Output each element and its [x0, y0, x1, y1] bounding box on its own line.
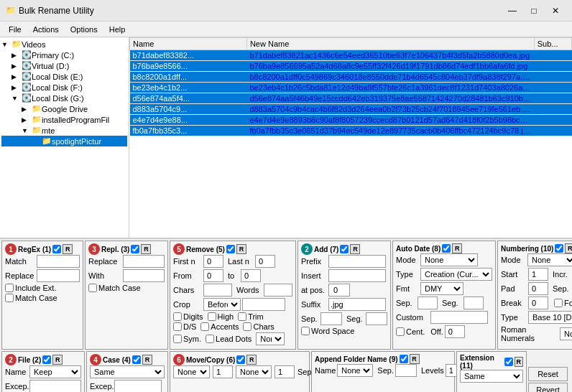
regex-enabled-checkbox[interactable]	[52, 245, 61, 253]
movecopy-select2[interactable]: None	[236, 365, 272, 378]
tree-item[interactable]: ▶ 📁 spotlightPictur	[1, 136, 127, 146]
numbering-start-input[interactable]	[528, 268, 548, 281]
expand-icon[interactable]: ▶	[11, 84, 22, 91]
tree-item[interactable]: ▶ 📁 Google Drive	[1, 103, 127, 114]
movecopy-r-button[interactable]: R	[246, 355, 257, 365]
expand-icon[interactable]: ▶	[11, 52, 22, 59]
numbering-enabled-checkbox[interactable]	[555, 244, 563, 253]
remove-enabled-checkbox[interactable]	[226, 245, 235, 253]
col-newname[interactable]: New Name	[246, 38, 534, 50]
close-button[interactable]: ✕	[545, 3, 566, 19]
numbering-mode-select[interactable]: None	[527, 253, 572, 266]
table-row[interactable]: b8c8200a1dff... b8c8200a1dff0c549869c346…	[130, 72, 572, 83]
remove-accents-checkbox[interactable]	[200, 322, 209, 331]
expand-icon[interactable]: ▼	[1, 41, 11, 48]
minimize-button[interactable]: —	[502, 3, 523, 19]
expand-icon[interactable]: ▶	[11, 73, 22, 80]
numbering-roman-select[interactable]: None	[560, 327, 572, 340]
remove-chars-input[interactable]	[203, 284, 232, 297]
remove-crop-input[interactable]	[242, 298, 285, 311]
add-insert-input[interactable]	[328, 269, 386, 282]
table-row[interactable]: be23eb4c1b2... be23eb4c1b26c5bda81e12d49…	[130, 83, 572, 93]
tree-item[interactable]: ▼ 💽 Local Disk (G:)	[1, 93, 127, 103]
add-r-button[interactable]: R	[350, 244, 360, 254]
numbering-type-select[interactable]: Base 10 [Decimal]	[528, 311, 572, 324]
repl-with-input[interactable]	[123, 269, 165, 282]
remove-crop-select[interactable]: Before After	[203, 298, 241, 311]
case-select[interactable]: Same	[90, 365, 165, 378]
table-row[interactable]: d883a5704c9... d883a5704c9b4cac4b6f82d3d…	[130, 104, 572, 115]
remove-digits-checkbox[interactable]	[173, 312, 182, 321]
col-name[interactable]: Name	[130, 38, 247, 50]
remove-high-checkbox[interactable]	[208, 312, 216, 321]
autodate-r-button[interactable]: R	[452, 243, 462, 253]
extension-r-button[interactable]: R	[515, 357, 523, 367]
tree-item[interactable]: ▶ 💽 Local Disk (E:)	[1, 71, 127, 82]
movecopy-enabled-checkbox[interactable]	[236, 355, 245, 364]
autodate-sep-input[interactable]	[418, 297, 438, 309]
reset-button[interactable]: Reset	[528, 367, 568, 381]
regex-match-case-checkbox[interactable]	[5, 294, 14, 302]
remove-ds-checkbox[interactable]	[173, 322, 182, 331]
remove-to-input[interactable]	[241, 269, 261, 282]
remove-sym-checkbox[interactable]	[173, 335, 182, 343]
movecopy-select[interactable]: None	[173, 365, 210, 378]
numbering-break-input[interactable]	[528, 297, 548, 309]
remove-r-button[interactable]: R	[236, 244, 246, 254]
regex-include-ext-checkbox[interactable]	[5, 284, 14, 292]
remove-words-input[interactable]	[264, 284, 292, 297]
remove-from-input[interactable]	[203, 269, 223, 282]
file-r-button[interactable]: R	[52, 355, 63, 365]
table-row[interactable]: b76ba9e8566... b76ba9e856695a52a4d68a8c9…	[130, 61, 572, 72]
expand-icon[interactable]: ▶	[22, 106, 32, 113]
file-excep-input[interactable]	[29, 380, 81, 392]
regex-match-input[interactable]	[37, 255, 80, 268]
remove-lastn-input[interactable]	[255, 255, 275, 268]
add-prefix-input[interactable]	[328, 255, 386, 268]
add-seg-input[interactable]	[366, 312, 387, 325]
case-enabled-checkbox[interactable]	[132, 355, 141, 364]
repl-replace-input[interactable]	[123, 255, 165, 268]
remove-firstn-input[interactable]	[203, 255, 223, 268]
tree-item[interactable]: ▼ 📁 mte	[1, 125, 127, 136]
revert-button[interactable]: Revert	[528, 383, 568, 392]
table-row[interactable]: e4e7d4e9e88... e4e7d4e9e8893b8c90af8f805…	[130, 115, 572, 126]
table-row[interactable]: b71dabef83382... b71dabef83821ac1436c6e5…	[130, 50, 572, 61]
expand-icon[interactable]: ▼	[11, 95, 22, 102]
remove-leaddots-checkbox[interactable]	[206, 335, 214, 343]
add-atpos-input[interactable]	[328, 284, 350, 297]
table-row[interactable]: d56e874aa5f4... d56e874aa5f46b49e15ccdd6…	[130, 93, 572, 104]
appendfolder-r-button[interactable]: R	[410, 354, 420, 364]
extension-select[interactable]: Same	[460, 370, 523, 383]
repl-r-button[interactable]: R	[141, 244, 151, 254]
autodate-custom-input[interactable]	[430, 311, 488, 324]
tree-item[interactable]: ▶ 💽 Virtual (D:)	[1, 60, 127, 71]
tree-item[interactable]: ▶ 💽 Primary (C:)	[1, 50, 127, 60]
appendfolder-name-select[interactable]: None	[337, 364, 373, 377]
autodate-off-input[interactable]	[445, 325, 465, 338]
repl-match-case-checkbox[interactable]	[88, 284, 97, 292]
maximize-button[interactable]: □	[523, 3, 545, 19]
repl-enabled-checkbox[interactable]	[131, 245, 139, 253]
file-enabled-checkbox[interactable]	[42, 355, 51, 364]
autodate-seg-input[interactable]	[463, 297, 484, 309]
appendfolder-enabled-checkbox[interactable]	[400, 355, 408, 363]
appendfolder-sep-input[interactable]	[395, 364, 417, 377]
case-excep-input[interactable]	[114, 380, 162, 392]
extension-enabled-checkbox[interactable]	[504, 358, 513, 366]
tree-item[interactable]: ▼ 📁 Videos	[1, 39, 127, 50]
autodate-cent-checkbox[interactable]	[396, 327, 405, 336]
remove-non-select[interactable]: Non	[256, 332, 285, 345]
numbering-folder-checkbox[interactable]	[554, 299, 563, 307]
numbering-pad-input[interactable]	[528, 282, 548, 295]
autodate-enabled-checkbox[interactable]	[442, 244, 451, 253]
col-sub[interactable]: Sub...	[534, 38, 571, 50]
regex-replace-input[interactable]	[37, 269, 80, 282]
case-r-button[interactable]: R	[142, 355, 152, 365]
tree-item[interactable]: ▶ 💽 Local Disk (F:)	[1, 82, 127, 93]
menu-options[interactable]: Options	[65, 24, 103, 35]
expand-icon[interactable]: ▶	[11, 62, 22, 70]
tree-item[interactable]: ▶ 📁 installedProgramFil	[1, 114, 127, 125]
file-name-select[interactable]: Keep	[29, 365, 81, 378]
add-wordspace-checkbox[interactable]	[301, 327, 310, 335]
